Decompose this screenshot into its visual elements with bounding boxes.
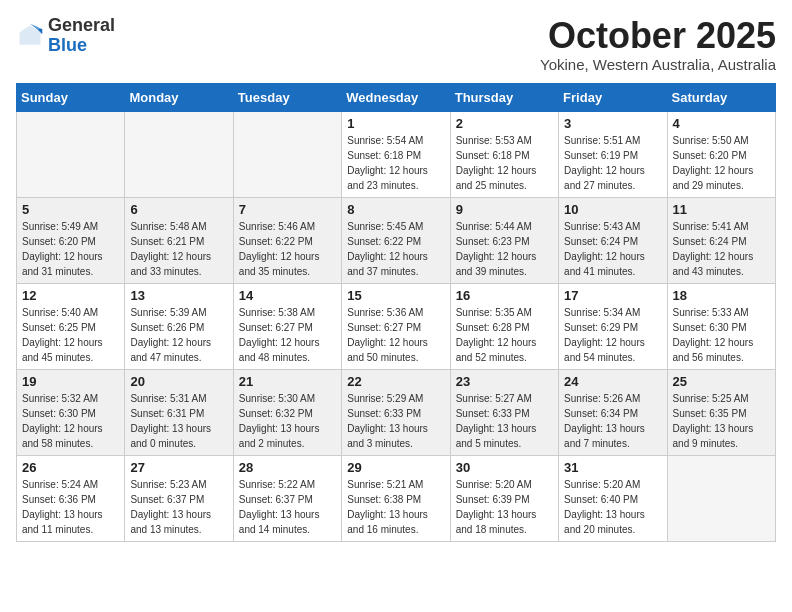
day-info: Sunrise: 5:24 AM Sunset: 6:36 PM Dayligh… (22, 477, 119, 537)
day-info: Sunrise: 5:32 AM Sunset: 6:30 PM Dayligh… (22, 391, 119, 451)
calendar-cell: 2Sunrise: 5:53 AM Sunset: 6:18 PM Daylig… (450, 111, 558, 197)
calendar-cell: 7Sunrise: 5:46 AM Sunset: 6:22 PM Daylig… (233, 197, 341, 283)
calendar-cell: 16Sunrise: 5:35 AM Sunset: 6:28 PM Dayli… (450, 283, 558, 369)
calendar-cell: 8Sunrise: 5:45 AM Sunset: 6:22 PM Daylig… (342, 197, 450, 283)
day-info: Sunrise: 5:38 AM Sunset: 6:27 PM Dayligh… (239, 305, 336, 365)
weekday-header-saturday: Saturday (667, 83, 775, 111)
day-number: 4 (673, 116, 770, 131)
calendar-cell: 6Sunrise: 5:48 AM Sunset: 6:21 PM Daylig… (125, 197, 233, 283)
day-number: 25 (673, 374, 770, 389)
day-info: Sunrise: 5:36 AM Sunset: 6:27 PM Dayligh… (347, 305, 444, 365)
calendar-cell: 18Sunrise: 5:33 AM Sunset: 6:30 PM Dayli… (667, 283, 775, 369)
day-info: Sunrise: 5:20 AM Sunset: 6:39 PM Dayligh… (456, 477, 553, 537)
weekday-header-thursday: Thursday (450, 83, 558, 111)
calendar-cell: 20Sunrise: 5:31 AM Sunset: 6:31 PM Dayli… (125, 369, 233, 455)
calendar-cell (667, 455, 775, 541)
calendar-cell: 29Sunrise: 5:21 AM Sunset: 6:38 PM Dayli… (342, 455, 450, 541)
day-number: 31 (564, 460, 661, 475)
day-number: 11 (673, 202, 770, 217)
calendar-cell: 31Sunrise: 5:20 AM Sunset: 6:40 PM Dayli… (559, 455, 667, 541)
day-info: Sunrise: 5:33 AM Sunset: 6:30 PM Dayligh… (673, 305, 770, 365)
calendar-table: SundayMondayTuesdayWednesdayThursdayFrid… (16, 83, 776, 542)
weekday-header-tuesday: Tuesday (233, 83, 341, 111)
day-info: Sunrise: 5:27 AM Sunset: 6:33 PM Dayligh… (456, 391, 553, 451)
calendar-cell: 23Sunrise: 5:27 AM Sunset: 6:33 PM Dayli… (450, 369, 558, 455)
day-info: Sunrise: 5:54 AM Sunset: 6:18 PM Dayligh… (347, 133, 444, 193)
day-number: 21 (239, 374, 336, 389)
day-number: 1 (347, 116, 444, 131)
calendar-cell: 27Sunrise: 5:23 AM Sunset: 6:37 PM Dayli… (125, 455, 233, 541)
day-number: 7 (239, 202, 336, 217)
day-number: 22 (347, 374, 444, 389)
title-block: October 2025 Yokine, Western Australia, … (540, 16, 776, 73)
day-number: 2 (456, 116, 553, 131)
day-number: 14 (239, 288, 336, 303)
day-info: Sunrise: 5:25 AM Sunset: 6:35 PM Dayligh… (673, 391, 770, 451)
day-info: Sunrise: 5:51 AM Sunset: 6:19 PM Dayligh… (564, 133, 661, 193)
calendar-week-row: 12Sunrise: 5:40 AM Sunset: 6:25 PM Dayli… (17, 283, 776, 369)
calendar-cell: 1Sunrise: 5:54 AM Sunset: 6:18 PM Daylig… (342, 111, 450, 197)
day-info: Sunrise: 5:53 AM Sunset: 6:18 PM Dayligh… (456, 133, 553, 193)
day-info: Sunrise: 5:35 AM Sunset: 6:28 PM Dayligh… (456, 305, 553, 365)
day-info: Sunrise: 5:21 AM Sunset: 6:38 PM Dayligh… (347, 477, 444, 537)
calendar-cell: 14Sunrise: 5:38 AM Sunset: 6:27 PM Dayli… (233, 283, 341, 369)
calendar-body: 1Sunrise: 5:54 AM Sunset: 6:18 PM Daylig… (17, 111, 776, 541)
day-info: Sunrise: 5:34 AM Sunset: 6:29 PM Dayligh… (564, 305, 661, 365)
day-number: 17 (564, 288, 661, 303)
day-info: Sunrise: 5:30 AM Sunset: 6:32 PM Dayligh… (239, 391, 336, 451)
day-number: 19 (22, 374, 119, 389)
calendar-cell: 9Sunrise: 5:44 AM Sunset: 6:23 PM Daylig… (450, 197, 558, 283)
calendar-cell: 4Sunrise: 5:50 AM Sunset: 6:20 PM Daylig… (667, 111, 775, 197)
weekday-header-wednesday: Wednesday (342, 83, 450, 111)
day-number: 9 (456, 202, 553, 217)
day-number: 8 (347, 202, 444, 217)
weekday-header-friday: Friday (559, 83, 667, 111)
calendar-cell: 15Sunrise: 5:36 AM Sunset: 6:27 PM Dayli… (342, 283, 450, 369)
day-info: Sunrise: 5:43 AM Sunset: 6:24 PM Dayligh… (564, 219, 661, 279)
day-number: 28 (239, 460, 336, 475)
day-number: 26 (22, 460, 119, 475)
month-title: October 2025 (540, 16, 776, 56)
day-number: 5 (22, 202, 119, 217)
logo-text: General Blue (48, 16, 115, 56)
calendar-cell (125, 111, 233, 197)
day-number: 23 (456, 374, 553, 389)
calendar-cell: 28Sunrise: 5:22 AM Sunset: 6:37 PM Dayli… (233, 455, 341, 541)
day-info: Sunrise: 5:22 AM Sunset: 6:37 PM Dayligh… (239, 477, 336, 537)
calendar-cell: 5Sunrise: 5:49 AM Sunset: 6:20 PM Daylig… (17, 197, 125, 283)
calendar-cell: 19Sunrise: 5:32 AM Sunset: 6:30 PM Dayli… (17, 369, 125, 455)
calendar-week-row: 1Sunrise: 5:54 AM Sunset: 6:18 PM Daylig… (17, 111, 776, 197)
day-number: 10 (564, 202, 661, 217)
calendar-cell: 13Sunrise: 5:39 AM Sunset: 6:26 PM Dayli… (125, 283, 233, 369)
day-info: Sunrise: 5:31 AM Sunset: 6:31 PM Dayligh… (130, 391, 227, 451)
logo-general-text: General (48, 15, 115, 35)
day-number: 12 (22, 288, 119, 303)
calendar-cell: 30Sunrise: 5:20 AM Sunset: 6:39 PM Dayli… (450, 455, 558, 541)
day-info: Sunrise: 5:40 AM Sunset: 6:25 PM Dayligh… (22, 305, 119, 365)
calendar-cell: 10Sunrise: 5:43 AM Sunset: 6:24 PM Dayli… (559, 197, 667, 283)
day-info: Sunrise: 5:29 AM Sunset: 6:33 PM Dayligh… (347, 391, 444, 451)
day-number: 3 (564, 116, 661, 131)
day-info: Sunrise: 5:39 AM Sunset: 6:26 PM Dayligh… (130, 305, 227, 365)
calendar-cell: 24Sunrise: 5:26 AM Sunset: 6:34 PM Dayli… (559, 369, 667, 455)
day-info: Sunrise: 5:46 AM Sunset: 6:22 PM Dayligh… (239, 219, 336, 279)
day-info: Sunrise: 5:20 AM Sunset: 6:40 PM Dayligh… (564, 477, 661, 537)
calendar-cell: 22Sunrise: 5:29 AM Sunset: 6:33 PM Dayli… (342, 369, 450, 455)
calendar-week-row: 26Sunrise: 5:24 AM Sunset: 6:36 PM Dayli… (17, 455, 776, 541)
day-info: Sunrise: 5:44 AM Sunset: 6:23 PM Dayligh… (456, 219, 553, 279)
day-number: 18 (673, 288, 770, 303)
calendar-week-row: 19Sunrise: 5:32 AM Sunset: 6:30 PM Dayli… (17, 369, 776, 455)
day-info: Sunrise: 5:50 AM Sunset: 6:20 PM Dayligh… (673, 133, 770, 193)
day-info: Sunrise: 5:45 AM Sunset: 6:22 PM Dayligh… (347, 219, 444, 279)
day-number: 20 (130, 374, 227, 389)
day-number: 13 (130, 288, 227, 303)
logo: General Blue (16, 16, 115, 56)
logo-blue-text: Blue (48, 35, 87, 55)
day-number: 24 (564, 374, 661, 389)
calendar-cell (17, 111, 125, 197)
page-header: General Blue October 2025 Yokine, Wester… (16, 16, 776, 73)
day-info: Sunrise: 5:23 AM Sunset: 6:37 PM Dayligh… (130, 477, 227, 537)
weekday-row: SundayMondayTuesdayWednesdayThursdayFrid… (17, 83, 776, 111)
calendar-cell: 25Sunrise: 5:25 AM Sunset: 6:35 PM Dayli… (667, 369, 775, 455)
day-info: Sunrise: 5:41 AM Sunset: 6:24 PM Dayligh… (673, 219, 770, 279)
